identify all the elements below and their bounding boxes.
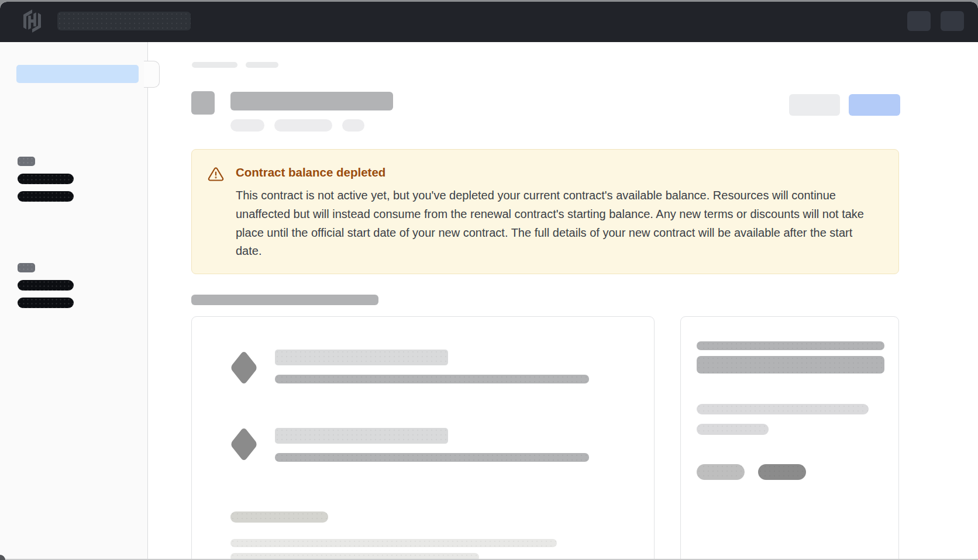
diamond-icon xyxy=(230,428,257,461)
search-input[interactable] xyxy=(57,12,191,30)
primary-button[interactable] xyxy=(849,94,900,116)
status-badge xyxy=(230,119,264,132)
summary-secondary-button-skeleton[interactable] xyxy=(697,464,745,480)
status-badge xyxy=(342,119,364,132)
page-title-icon xyxy=(191,91,215,115)
diamond-icon xyxy=(230,351,257,384)
page-title xyxy=(230,92,393,110)
sidebar-collapse-handle[interactable] xyxy=(144,61,160,88)
summary-title-skeleton xyxy=(697,341,884,350)
card-footer-text-skeleton xyxy=(230,539,557,547)
summary-text-skeleton xyxy=(697,404,869,414)
sidebar-item[interactable] xyxy=(18,191,74,202)
sidebar-item[interactable] xyxy=(18,298,74,308)
alert-title: Contract balance depleted xyxy=(236,165,385,179)
summary-text-skeleton xyxy=(697,424,769,435)
sidebar-group-label-2 xyxy=(18,263,35,272)
summary-card xyxy=(680,316,899,560)
card-link-skeleton[interactable] xyxy=(230,511,328,523)
sidebar xyxy=(0,42,148,560)
summary-primary-button-skeleton[interactable] xyxy=(758,464,806,480)
sidebar-item[interactable] xyxy=(18,280,74,291)
list-item-text-skeleton xyxy=(275,375,589,383)
sidebar-group-label-1 xyxy=(18,157,35,166)
sidebar-active-item[interactable] xyxy=(16,65,139,83)
nav-action-box-1[interactable] xyxy=(907,11,931,31)
summary-heading-skeleton xyxy=(697,356,884,374)
list-item-text-skeleton xyxy=(275,453,589,462)
app-window: Contract balance depleted This contract … xyxy=(0,2,978,560)
hashicorp-logo-icon xyxy=(20,9,44,33)
top-navbar xyxy=(0,2,978,42)
alert-description: This contract is not active yet, but you… xyxy=(236,186,878,261)
nav-action-box-2[interactable] xyxy=(941,11,964,31)
sidebar-item[interactable] xyxy=(18,174,74,184)
list-item-title-skeleton xyxy=(275,350,448,365)
section-title-skeleton xyxy=(191,295,378,305)
breadcrumb-item[interactable] xyxy=(192,62,237,68)
warning-triangle-icon xyxy=(208,166,224,182)
resources-card xyxy=(191,316,655,560)
warning-alert: Contract balance depleted This contract … xyxy=(191,149,899,274)
list-item-title-skeleton xyxy=(275,428,448,444)
status-badge xyxy=(274,119,332,132)
secondary-button[interactable] xyxy=(789,94,840,116)
breadcrumb-item[interactable] xyxy=(246,62,278,68)
